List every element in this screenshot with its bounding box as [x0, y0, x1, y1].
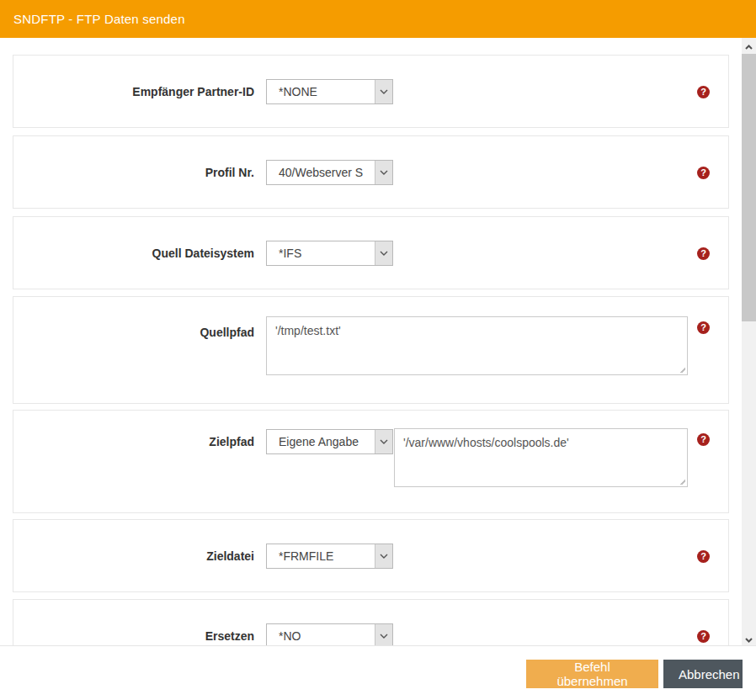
chevron-up-icon [745, 38, 753, 53]
dialog-footer: Befehl übernehmen Abbrechen [0, 645, 756, 700]
ersetzen-select[interactable]: *NO [266, 623, 393, 645]
help-icon[interactable]: ? [697, 167, 710, 179]
field-label: Profil Nr. [13, 166, 254, 179]
dialog-title: SNDFTP - FTP Daten senden [13, 12, 185, 26]
select-value: Eigene Angabe [267, 430, 375, 453]
form-row-ersetzen: Ersetzen *NO ? [13, 599, 729, 645]
help-icon[interactable]: ? [697, 630, 710, 643]
scrollbar[interactable] [742, 38, 756, 645]
chevron-down-icon [745, 631, 753, 646]
zieldatei-select[interactable]: *FRMFILE [266, 544, 393, 569]
chevron-down-icon [375, 241, 392, 265]
field-label: Zielpfad [13, 435, 254, 448]
select-value: 40/Webserver S [267, 161, 375, 184]
form-row-zieldatei: Zieldatei *FRMFILE ? [13, 519, 729, 592]
field-label: Empfänger Partner-ID [13, 85, 254, 98]
cancel-button[interactable]: Abbrechen [663, 660, 743, 688]
profil-nr-select[interactable]: 40/Webserver S [266, 160, 393, 185]
zielpfad-mode-select[interactable]: Eigene Angabe [266, 429, 393, 454]
select-value: *FRMFILE [267, 544, 375, 568]
quellpfad-textarea-frame: '/tmp/test.txt' [266, 316, 688, 375]
select-value: *NONE [267, 80, 375, 103]
field-label: Ersetzen [13, 629, 254, 643]
quell-dateisystem-select[interactable]: *IFS [266, 241, 393, 266]
form-row-empfaenger-partner-id: Empfänger Partner-ID *NONE ? [13, 55, 729, 128]
help-icon[interactable]: ? [697, 86, 710, 98]
scrollbar-thumb[interactable] [742, 54, 756, 321]
form-row-zielpfad: Zielpfad Eigene Angabe '/var/www/vhosts/… [13, 410, 729, 513]
zielpfad-textarea-frame: '/var/www/vhosts/coolspools.de' [394, 428, 688, 487]
form-row-quellpfad: Quellpfad '/tmp/test.txt' ? [13, 296, 729, 404]
select-value: *NO [267, 624, 375, 645]
field-label: Zieldatei [13, 549, 254, 563]
chevron-down-icon [375, 624, 392, 645]
form-row-quell-dateisystem: Quell Dateisystem *IFS ? [13, 216, 729, 289]
help-icon[interactable]: ? [697, 550, 710, 563]
zielpfad-textarea[interactable]: '/var/www/vhosts/coolspools.de' [395, 429, 687, 486]
field-label: Quell Dateisystem [13, 247, 254, 260]
chevron-down-icon [375, 161, 392, 184]
submit-command-button[interactable]: Befehl übernehmen [526, 660, 658, 688]
help-icon[interactable]: ? [697, 433, 710, 446]
quellpfad-textarea[interactable]: '/tmp/test.txt' [267, 317, 687, 374]
field-label: Quellpfad [13, 326, 254, 339]
scrollbar-down-button[interactable] [742, 631, 756, 645]
empfaenger-partner-id-select[interactable]: *NONE [266, 79, 393, 104]
scrollbar-up-button[interactable] [742, 38, 756, 52]
dialog-titlebar: SNDFTP - FTP Daten senden [0, 0, 756, 38]
chevron-down-icon [375, 544, 392, 568]
help-icon[interactable]: ? [697, 321, 710, 334]
help-icon[interactable]: ? [697, 247, 710, 260]
select-value: *IFS [267, 241, 375, 265]
chevron-down-icon [375, 430, 392, 453]
dialog-body: Empfänger Partner-ID *NONE ? Profil Nr. … [0, 38, 742, 645]
form-row-profil-nr: Profil Nr. 40/Webserver S ? [13, 135, 729, 209]
chevron-down-icon [375, 80, 392, 103]
